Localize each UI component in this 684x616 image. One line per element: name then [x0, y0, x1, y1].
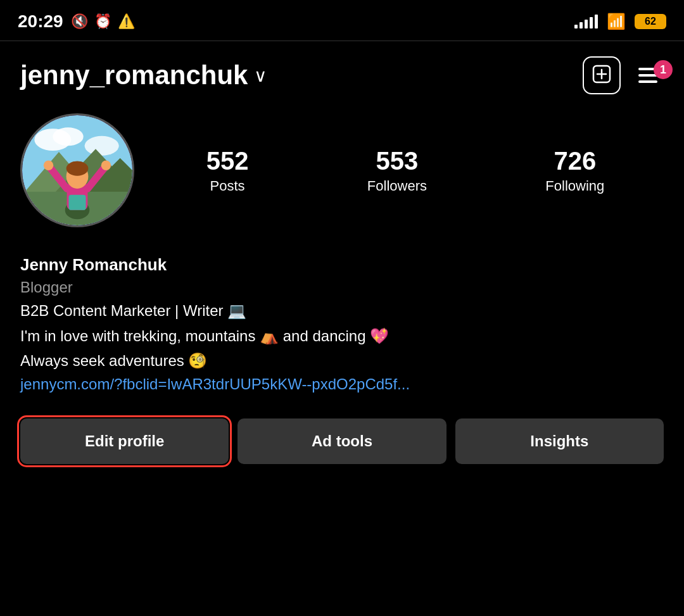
add-post-button[interactable] — [583, 56, 621, 94]
battery-level: 62 — [645, 16, 656, 27]
bio-line-1: B2B Content Marketer | Writer 💻 — [20, 300, 664, 322]
username-text: jenny_romanchuk — [20, 60, 248, 91]
add-post-icon — [592, 64, 612, 87]
mute-icon: 🔇 — [71, 13, 88, 30]
status-bar-left: 20:29 🔇 ⏰ ⚠️ — [18, 11, 135, 32]
posts-label: Posts — [210, 178, 245, 194]
avatar-image — [22, 115, 132, 225]
alarm-icon: ⏰ — [94, 13, 111, 30]
profile-title: Blogger — [20, 279, 664, 296]
edit-profile-button[interactable]: Edit profile — [20, 418, 229, 464]
status-bar: 20:29 🔇 ⏰ ⚠️ 📶 62 — [0, 0, 684, 41]
account-switcher-icon[interactable]: ∨ — [254, 65, 267, 86]
menu-notification-badge: 1 — [654, 60, 673, 79]
status-time: 20:29 — [18, 11, 63, 32]
bio-line-2: I'm in love with trekking, mountains ⛺ a… — [20, 325, 664, 347]
status-bar-right: 📶 62 — [574, 13, 666, 30]
menu-button[interactable]: 1 — [638, 68, 664, 83]
svg-point-18 — [44, 161, 53, 170]
svg-rect-20 — [68, 195, 86, 210]
svg-point-6 — [53, 127, 83, 146]
followers-label: Followers — [367, 178, 427, 194]
svg-point-7 — [85, 136, 119, 156]
bio-section: Jenny Romanchuk Blogger B2B Content Mark… — [0, 255, 684, 412]
following-label: Following — [545, 178, 604, 194]
warning-icon: ⚠️ — [118, 13, 135, 30]
avatar-container[interactable] — [20, 113, 134, 227]
wifi-icon: 📶 — [607, 13, 626, 30]
signal-bars-icon — [574, 15, 598, 28]
bio-line-3: Always seek adventures 🧐 — [20, 350, 664, 372]
followers-stat[interactable]: 553 Followers — [367, 147, 427, 194]
status-icons: 🔇 ⏰ ⚠️ — [71, 13, 135, 30]
profile-stats-row: 552 Posts 553 Followers 726 Following — [20, 113, 664, 227]
svg-point-19 — [101, 161, 111, 170]
insights-button[interactable]: Insights — [455, 418, 664, 464]
action-buttons: Edit profile Ad tools Insights — [0, 412, 684, 464]
ad-tools-button[interactable]: Ad tools — [238, 418, 446, 464]
svg-point-15 — [66, 161, 89, 176]
profile-display-name: Jenny Romanchuk — [20, 255, 664, 275]
profile-header: jenny_romanchuk ∨ 1 — [0, 41, 684, 107]
avatar — [20, 113, 134, 227]
posts-count: 552 — [206, 147, 249, 175]
following-count: 726 — [554, 147, 596, 175]
following-stat[interactable]: 726 Following — [545, 147, 604, 194]
profile-website-link[interactable]: jennycm.com/?fbclid=IwAR3tdrUUP5kKW--pxd… — [20, 375, 664, 393]
username-container[interactable]: jenny_romanchuk ∨ — [20, 60, 267, 91]
header-actions: 1 — [583, 56, 664, 94]
posts-stat[interactable]: 552 Posts — [206, 147, 249, 194]
stats-container: 552 Posts 553 Followers 726 Following — [147, 147, 664, 194]
followers-count: 553 — [376, 147, 419, 175]
battery-indicator: 62 — [635, 14, 666, 29]
profile-section: 552 Posts 553 Followers 726 Following — [0, 107, 684, 255]
